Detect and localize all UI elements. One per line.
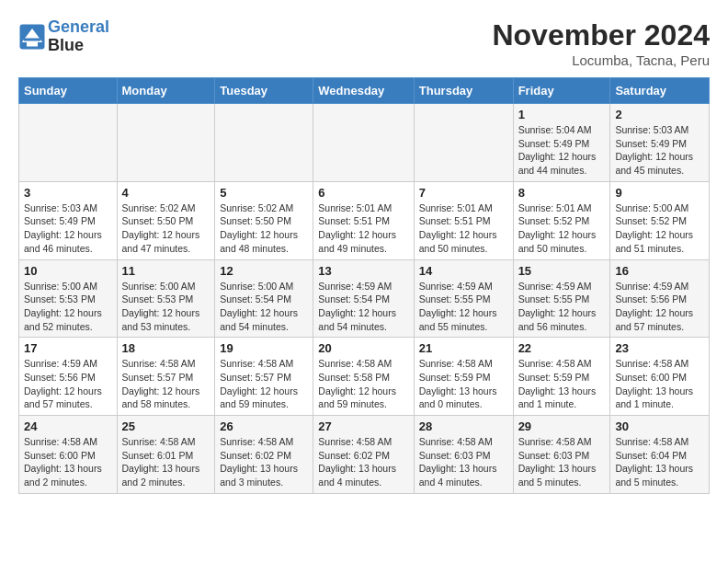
day-info: Sunrise: 5:01 AM Sunset: 5:51 PM Dayligh…	[318, 201, 408, 256]
day-number: 30	[615, 419, 704, 433]
weekday-header: Saturday	[610, 78, 710, 104]
day-number: 13	[318, 264, 408, 278]
day-info: Sunrise: 4:58 AM Sunset: 6:03 PM Dayligh…	[419, 435, 508, 489]
calendar-cell: 13Sunrise: 4:59 AM Sunset: 5:54 PM Dayli…	[313, 259, 414, 338]
calendar-cell: 26Sunrise: 4:58 AM Sunset: 6:02 PM Dayli…	[215, 416, 313, 494]
day-number: 5	[220, 186, 308, 200]
day-info: Sunrise: 4:58 AM Sunset: 6:02 PM Dayligh…	[220, 435, 308, 489]
day-info: Sunrise: 4:58 AM Sunset: 5:57 PM Dayligh…	[220, 357, 308, 411]
calendar-cell: 20Sunrise: 4:58 AM Sunset: 5:58 PM Dayli…	[313, 338, 414, 416]
title-block: November 2024 Locumba, Tacna, Peru	[492, 18, 710, 68]
day-number: 23	[615, 341, 704, 355]
calendar-cell: 4Sunrise: 5:02 AM Sunset: 5:50 PM Daylig…	[117, 181, 215, 259]
day-number: 3	[24, 186, 112, 200]
calendar-cell: 23Sunrise: 4:58 AM Sunset: 6:00 PM Dayli…	[610, 338, 710, 416]
calendar-cell	[117, 104, 215, 182]
calendar-cell: 28Sunrise: 4:58 AM Sunset: 6:03 PM Dayli…	[414, 416, 513, 494]
day-number: 19	[220, 341, 308, 355]
day-info: Sunrise: 4:59 AM Sunset: 5:55 PM Dayligh…	[518, 280, 606, 334]
calendar-cell: 18Sunrise: 4:58 AM Sunset: 5:57 PM Dayli…	[117, 338, 215, 416]
day-number: 22	[518, 341, 606, 355]
day-info: Sunrise: 4:59 AM Sunset: 5:56 PM Dayligh…	[615, 280, 704, 334]
day-number: 25	[122, 419, 210, 433]
calendar-cell: 22Sunrise: 4:58 AM Sunset: 5:59 PM Dayli…	[513, 338, 610, 416]
weekday-header: Monday	[117, 78, 215, 104]
logo-icon	[18, 23, 46, 51]
day-info: Sunrise: 4:58 AM Sunset: 5:58 PM Dayligh…	[318, 357, 408, 411]
calendar-cell: 16Sunrise: 4:59 AM Sunset: 5:56 PM Dayli…	[610, 259, 710, 338]
day-info: Sunrise: 5:00 AM Sunset: 5:53 PM Dayligh…	[122, 280, 210, 334]
calendar-cell: 8Sunrise: 5:01 AM Sunset: 5:52 PM Daylig…	[513, 181, 610, 259]
day-info: Sunrise: 4:58 AM Sunset: 6:01 PM Dayligh…	[122, 435, 210, 489]
logo: General Blue	[18, 18, 109, 55]
calendar-week-row: 24Sunrise: 4:58 AM Sunset: 6:00 PM Dayli…	[19, 416, 710, 494]
weekday-header: Friday	[513, 78, 610, 104]
day-info: Sunrise: 4:58 AM Sunset: 6:00 PM Dayligh…	[615, 357, 704, 411]
day-number: 4	[122, 186, 210, 200]
logo-line1: General	[48, 17, 109, 36]
day-number: 2	[615, 108, 704, 121]
day-info: Sunrise: 4:59 AM Sunset: 5:54 PM Dayligh…	[318, 280, 408, 334]
calendar-cell	[313, 104, 414, 182]
calendar-cell: 2Sunrise: 5:03 AM Sunset: 5:49 PM Daylig…	[610, 104, 710, 182]
day-number: 16	[615, 264, 704, 278]
calendar-cell: 29Sunrise: 4:58 AM Sunset: 6:03 PM Dayli…	[513, 416, 610, 494]
day-info: Sunrise: 5:00 AM Sunset: 5:52 PM Dayligh…	[615, 201, 704, 256]
day-number: 28	[419, 419, 508, 433]
calendar-cell	[215, 104, 313, 182]
calendar-cell: 24Sunrise: 4:58 AM Sunset: 6:00 PM Dayli…	[19, 416, 118, 494]
weekday-header: Tuesday	[215, 78, 313, 104]
calendar-header-row: SundayMondayTuesdayWednesdayThursdayFrid…	[19, 78, 710, 104]
day-info: Sunrise: 4:58 AM Sunset: 5:59 PM Dayligh…	[419, 357, 508, 411]
day-number: 6	[318, 186, 408, 200]
day-number: 15	[518, 264, 606, 278]
day-info: Sunrise: 4:59 AM Sunset: 5:56 PM Dayligh…	[24, 357, 112, 411]
calendar-cell: 25Sunrise: 4:58 AM Sunset: 6:01 PM Dayli…	[117, 416, 215, 494]
calendar-week-row: 3Sunrise: 5:03 AM Sunset: 5:49 PM Daylig…	[19, 181, 710, 259]
day-number: 29	[518, 419, 606, 433]
logo-line2: Blue	[48, 36, 84, 54]
day-info: Sunrise: 5:01 AM Sunset: 5:51 PM Dayligh…	[419, 201, 508, 256]
location: Locumba, Tacna, Peru	[492, 52, 710, 68]
calendar-cell: 14Sunrise: 4:59 AM Sunset: 5:55 PM Dayli…	[414, 259, 513, 338]
calendar-cell: 11Sunrise: 5:00 AM Sunset: 5:53 PM Dayli…	[117, 259, 215, 338]
weekday-header: Wednesday	[313, 78, 414, 104]
day-info: Sunrise: 5:01 AM Sunset: 5:52 PM Dayligh…	[518, 201, 606, 256]
day-number: 26	[220, 419, 308, 433]
day-info: Sunrise: 4:58 AM Sunset: 5:59 PM Dayligh…	[518, 357, 606, 411]
day-number: 21	[419, 341, 508, 355]
day-number: 10	[24, 264, 112, 278]
calendar-cell: 6Sunrise: 5:01 AM Sunset: 5:51 PM Daylig…	[313, 181, 414, 259]
calendar-cell: 12Sunrise: 5:00 AM Sunset: 5:54 PM Dayli…	[215, 259, 313, 338]
svg-rect-2	[24, 38, 40, 40]
month-title: November 2024	[492, 18, 710, 52]
day-number: 18	[122, 341, 210, 355]
day-number: 8	[518, 186, 606, 200]
page-header: General Blue November 2024 Locumba, Tacn…	[18, 18, 710, 68]
day-info: Sunrise: 5:03 AM Sunset: 5:49 PM Dayligh…	[615, 123, 704, 178]
calendar-cell: 5Sunrise: 5:02 AM Sunset: 5:50 PM Daylig…	[215, 181, 313, 259]
day-info: Sunrise: 5:02 AM Sunset: 5:50 PM Dayligh…	[122, 201, 210, 256]
calendar-week-row: 17Sunrise: 4:59 AM Sunset: 5:56 PM Dayli…	[19, 338, 710, 416]
day-number: 11	[122, 264, 210, 278]
weekday-header: Sunday	[19, 78, 118, 104]
calendar-cell: 1Sunrise: 5:04 AM Sunset: 5:49 PM Daylig…	[513, 104, 610, 182]
day-number: 14	[419, 264, 508, 278]
day-info: Sunrise: 4:58 AM Sunset: 6:02 PM Dayligh…	[318, 435, 408, 489]
day-info: Sunrise: 4:58 AM Sunset: 6:00 PM Dayligh…	[24, 435, 112, 489]
calendar-cell: 3Sunrise: 5:03 AM Sunset: 5:49 PM Daylig…	[19, 181, 118, 259]
day-number: 20	[318, 341, 408, 355]
day-number: 24	[24, 419, 112, 433]
day-info: Sunrise: 4:58 AM Sunset: 5:57 PM Dayligh…	[122, 357, 210, 411]
day-info: Sunrise: 5:00 AM Sunset: 5:53 PM Dayligh…	[24, 280, 112, 334]
day-number: 7	[419, 186, 508, 200]
calendar-cell: 27Sunrise: 4:58 AM Sunset: 6:02 PM Dayli…	[313, 416, 414, 494]
calendar-cell: 17Sunrise: 4:59 AM Sunset: 5:56 PM Dayli…	[19, 338, 118, 416]
day-info: Sunrise: 4:58 AM Sunset: 6:03 PM Dayligh…	[518, 435, 606, 489]
calendar-week-row: 1Sunrise: 5:04 AM Sunset: 5:49 PM Daylig…	[19, 104, 710, 182]
weekday-header: Thursday	[414, 78, 513, 104]
calendar-cell	[414, 104, 513, 182]
day-info: Sunrise: 5:03 AM Sunset: 5:49 PM Dayligh…	[24, 201, 112, 256]
calendar-cell: 10Sunrise: 5:00 AM Sunset: 5:53 PM Dayli…	[19, 259, 118, 338]
day-number: 17	[24, 341, 112, 355]
